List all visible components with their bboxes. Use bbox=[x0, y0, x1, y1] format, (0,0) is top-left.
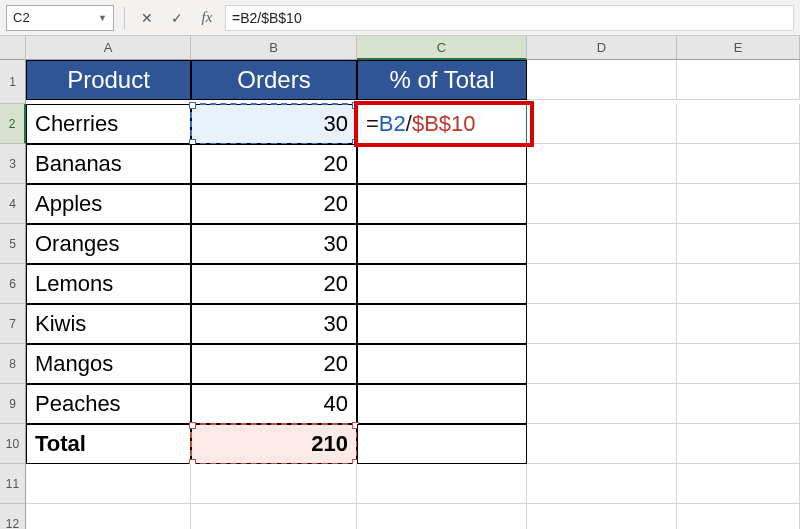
col-header-a[interactable]: A bbox=[26, 36, 191, 60]
cell-d2[interactable] bbox=[527, 104, 677, 144]
cell-c2-editing[interactable]: =B2/$B$10 bbox=[357, 104, 527, 144]
cell-e9[interactable] bbox=[677, 384, 800, 424]
chevron-down-icon: ▼ bbox=[98, 13, 107, 23]
row-header[interactable]: 7 bbox=[0, 304, 26, 344]
cell-c8[interactable] bbox=[357, 344, 527, 384]
cell-c10[interactable] bbox=[357, 424, 527, 464]
marquee-handle-icon bbox=[189, 102, 196, 109]
cell-a10-total-label[interactable]: Total bbox=[26, 424, 191, 464]
row-header[interactable]: 11 bbox=[0, 464, 26, 504]
cell-b10-total-value[interactable]: 210 bbox=[191, 424, 357, 464]
cell-d4[interactable] bbox=[527, 184, 677, 224]
cell-a12[interactable] bbox=[26, 504, 191, 529]
cancel-icon[interactable]: ✕ bbox=[135, 6, 159, 30]
cell-d12[interactable] bbox=[527, 504, 677, 529]
cell-value: 210 bbox=[311, 431, 348, 457]
cell-e4[interactable] bbox=[677, 184, 800, 224]
name-box-value: C2 bbox=[13, 10, 30, 25]
row-header[interactable]: 5 bbox=[0, 224, 26, 264]
cell-c5[interactable] bbox=[357, 224, 527, 264]
cell-b12[interactable] bbox=[191, 504, 357, 529]
cell-b11[interactable] bbox=[191, 464, 357, 504]
cell-c9[interactable] bbox=[357, 384, 527, 424]
confirm-icon[interactable]: ✓ bbox=[165, 6, 189, 30]
row-header[interactable]: 8 bbox=[0, 344, 26, 384]
cell-e2[interactable] bbox=[677, 104, 800, 144]
fx-icon[interactable]: fx bbox=[195, 6, 219, 30]
cell-a11[interactable] bbox=[26, 464, 191, 504]
cell-d11[interactable] bbox=[527, 464, 677, 504]
cell-a6[interactable]: Lemons bbox=[26, 264, 191, 304]
row-header[interactable]: 3 bbox=[0, 144, 26, 184]
cell-d3[interactable] bbox=[527, 144, 677, 184]
row-header[interactable]: 4 bbox=[0, 184, 26, 224]
cell-d10[interactable] bbox=[527, 424, 677, 464]
formula-input[interactable]: =B2/$B$10 bbox=[225, 5, 794, 31]
row-header[interactable]: 12 bbox=[0, 504, 26, 529]
cell-e10[interactable] bbox=[677, 424, 800, 464]
cell-b9[interactable]: 40 bbox=[191, 384, 357, 424]
cell-c3[interactable] bbox=[357, 144, 527, 184]
cell-d8[interactable] bbox=[527, 344, 677, 384]
select-all-corner[interactable] bbox=[0, 36, 26, 60]
cell-d5[interactable] bbox=[527, 224, 677, 264]
name-box[interactable]: C2 ▼ bbox=[6, 5, 114, 31]
cell-d7[interactable] bbox=[527, 304, 677, 344]
marquee-handle-icon bbox=[189, 422, 196, 429]
cell-e1[interactable] bbox=[677, 60, 800, 100]
row-header[interactable]: 10 bbox=[0, 424, 26, 464]
cell-e8[interactable] bbox=[677, 344, 800, 384]
cell-c6[interactable] bbox=[357, 264, 527, 304]
row-header[interactable]: 9 bbox=[0, 384, 26, 424]
worksheet-grid[interactable]: A B C D E 1 Product Orders % of Total 2 … bbox=[0, 36, 800, 529]
cell-c4[interactable] bbox=[357, 184, 527, 224]
cell-d6[interactable] bbox=[527, 264, 677, 304]
cell-c12[interactable] bbox=[357, 504, 527, 529]
cell-b7[interactable]: 30 bbox=[191, 304, 357, 344]
cell-c7[interactable] bbox=[357, 304, 527, 344]
cell-b6[interactable]: 20 bbox=[191, 264, 357, 304]
cell-a5[interactable]: Oranges bbox=[26, 224, 191, 264]
cell-e3[interactable] bbox=[677, 144, 800, 184]
header-product[interactable]: Product bbox=[26, 60, 191, 100]
formula-text: =B2/$B$10 bbox=[232, 10, 302, 26]
cell-b5[interactable]: 30 bbox=[191, 224, 357, 264]
cell-a2[interactable]: Cherries bbox=[26, 104, 191, 144]
col-header-d[interactable]: D bbox=[527, 36, 677, 60]
row-header[interactable]: 1 bbox=[0, 60, 26, 104]
cell-c11[interactable] bbox=[357, 464, 527, 504]
cell-b2[interactable]: 30 bbox=[191, 104, 357, 144]
separator bbox=[124, 7, 125, 29]
cell-e5[interactable] bbox=[677, 224, 800, 264]
cell-value: 30 bbox=[324, 111, 348, 137]
col-header-e[interactable]: E bbox=[677, 36, 800, 60]
cell-e7[interactable] bbox=[677, 304, 800, 344]
cell-a3[interactable]: Bananas bbox=[26, 144, 191, 184]
cell-e12[interactable] bbox=[677, 504, 800, 529]
header-orders[interactable]: Orders bbox=[191, 60, 357, 100]
cell-a8[interactable]: Mangos bbox=[26, 344, 191, 384]
cell-e6[interactable] bbox=[677, 264, 800, 304]
formula-bar: C2 ▼ ✕ ✓ fx =B2/$B$10 bbox=[0, 0, 800, 36]
cell-b4[interactable]: 20 bbox=[191, 184, 357, 224]
col-header-c[interactable]: C bbox=[357, 36, 527, 60]
formula-part-ref2: $B$10 bbox=[412, 111, 476, 137]
cell-a4[interactable]: Apples bbox=[26, 184, 191, 224]
cell-a9[interactable]: Peaches bbox=[26, 384, 191, 424]
cell-b8[interactable]: 20 bbox=[191, 344, 357, 384]
cell-d9[interactable] bbox=[527, 384, 677, 424]
formula-part-ref1: B2 bbox=[379, 111, 406, 137]
formula-part-eq: = bbox=[366, 111, 379, 137]
header-pct-total[interactable]: % of Total bbox=[357, 60, 527, 100]
cell-e11[interactable] bbox=[677, 464, 800, 504]
cell-b3[interactable]: 20 bbox=[191, 144, 357, 184]
row-header[interactable]: 2 bbox=[0, 104, 26, 144]
col-header-b[interactable]: B bbox=[191, 36, 357, 60]
row-header[interactable]: 6 bbox=[0, 264, 26, 304]
cell-a7[interactable]: Kiwis bbox=[26, 304, 191, 344]
cell-d1[interactable] bbox=[527, 60, 677, 100]
